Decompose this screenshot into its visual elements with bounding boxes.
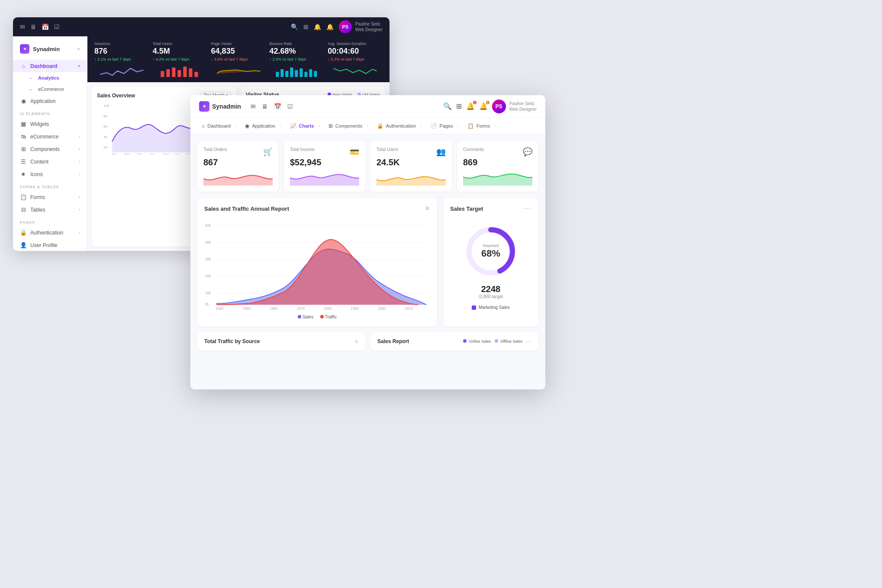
sidebar-item-tables[interactable]: ⊟ Tables ‹ [13,203,87,216]
stat-sessions-value: 876 [94,47,149,56]
sidebar-item-profile[interactable]: 👤 User Profile [13,239,87,251]
sidebar-item-ecom2[interactable]: 🛍 eCommerce ‹ [13,130,87,143]
svg-text:Jul: Jul [186,153,190,154]
pv-chart [211,65,266,77]
front-logo: ✦ Synadmin [199,101,241,112]
sales-report-title: Sales Report [377,338,409,344]
sales-report-menu-icon[interactable]: ··· [526,338,531,344]
breadcrumb-pages[interactable]: 📄 Pages ‹ [426,118,464,134]
svg-text:Feb: Feb [124,153,129,154]
user-info-back: PS Pauline Seitz Web Designer [339,20,383,33]
search-icon[interactable]: 🔍 [291,23,298,30]
annual-menu-button[interactable]: ≡ [425,205,430,212]
front-user-role: Web Designer [509,106,537,112]
sidebar-content-label: Content [30,159,48,165]
sidebar-item-ecommerce[interactable]: eCommerce [13,84,87,95]
app-icon: ◉ [20,98,27,104]
arrow-icon5: ‹ [79,172,80,177]
collapse-button[interactable]: « [77,46,80,52]
grid-icon[interactable]: ⊞ [303,23,309,30]
widgets-icon: ▦ [20,121,27,127]
arrow-icon3: ‹ [79,147,80,151]
sidebar-item-forms[interactable]: 📋 Forms ‹ [13,191,87,203]
online-sales-legend: Online Sales [463,339,491,344]
users-icon: 👥 [436,147,446,157]
kpi-users-value: 24.5K [377,157,446,167]
svg-rect-3 [177,70,181,77]
stat-bounce: Bounce Rate 42.68% ↑ 2.5% vs last 7 days [269,42,324,77]
breadcrumb-forms[interactable]: 📋 Forms ‹ [463,118,500,134]
traffic-menu-icon[interactable]: ≡ [355,338,358,344]
sidebar-item-application[interactable]: ◉ Application [13,95,87,107]
svg-text:Jun: Jun [175,153,180,154]
front-dashboard-window: ✦ Synadmin ✉ 🖥 📅 ☑ 🔍 ⊞ 🔔3 🔔5 PS Pauline … [190,95,545,389]
sidebar-ecom2-label: eCommerce [30,134,58,140]
check-icon-front[interactable]: ☑ [287,103,293,110]
breadcrumb-nav: ⌂ Dashboard ‹ ◉ Application ‹ 📈 Charts ‹… [190,118,545,134]
breadcrumb-auth[interactable]: 🔒 Authentication ‹ [373,118,426,134]
sessions-chart [94,65,149,77]
sidebar-item-dashboard[interactable]: ⌂ Dashboard ▾ [13,60,87,72]
sidebar-section-ui: UI ELEMENTS [13,107,87,118]
sidebar-section-forms: FORMS & TABLES [13,180,87,191]
bc-charts-label: Charts [299,123,314,129]
sidebar-item-content[interactable]: ☰ Content ‹ [13,155,87,168]
calendar-icon-front[interactable]: 📅 [274,103,281,110]
mail-icon-front[interactable]: ✉ [251,103,256,110]
kpi-orders: Total Orders 🛒 867 [197,141,279,192]
lock-icon: 🔒 [20,229,27,236]
kpi-users-label: Total Users [377,147,398,152]
traffic-source-card: Total Traffic by Source ≡ [197,332,365,350]
front-user[interactable]: PS Pauline Seitz Web Designer [492,100,537,113]
svg-text:40k: 40k [205,240,211,244]
stat-br-label: Bounce Rate [269,42,324,46]
search-icon-front[interactable]: 🔍 [443,102,452,110]
breadcrumb-components[interactable]: ⊞ Components ‹ [324,118,373,134]
svg-rect-5 [189,68,192,77]
grid-icon-front[interactable]: ⊞ [456,102,462,110]
stat-pv-value: 64,835 [211,47,266,56]
front-logo-text: Synadmin [212,103,241,110]
svg-rect-13 [305,72,308,77]
bc-arrow-3: ‹ [318,123,319,128]
sidebar-item-auth[interactable]: 🔒 Authentication ‹ [13,226,87,239]
br-chart [269,65,324,77]
calendar-icon[interactable]: 📅 [42,23,49,30]
monitor-icon[interactable]: 🖥 [30,23,36,30]
breadcrumb-charts[interactable]: 📈 Charts ‹ [286,118,324,134]
kpi-orders-value: 867 [203,157,273,167]
stat-users: Total Users 4.5M ↑ 4.2% vs last 7 days [153,42,208,77]
notification-icon[interactable]: 🔔 [314,23,321,30]
breadcrumb-dashboard[interactable]: ⌂ Dashboard ‹ [197,118,241,134]
bc-pages-label: Pages [440,123,453,129]
back-sidebar: ✦ Synadmin « ⌂ Dashboard ▾ Analytics eCo… [13,36,87,251]
card-icon: 💳 [350,147,359,157]
sidebar-item-components[interactable]: ⊞ Components ‹ [13,143,87,155]
sidebar-item-widgets[interactable]: ▦ Widgets [13,118,87,130]
notification-bell-front[interactable]: 🔔3 [466,102,475,110]
monitor-icon-front[interactable]: 🖥 [262,103,268,110]
stat-sessions-label: Sessions [94,42,149,46]
svg-text:1980: 1980 [324,306,332,311]
sidebar-item-icons[interactable]: ★ Icons ‹ [13,168,87,180]
alert-icon[interactable]: 🔔 [326,23,334,30]
donut-center-text: Reached 68% [481,244,500,259]
arrow-icon4: ‹ [79,159,80,164]
donut-chart: Reached 68% [465,225,517,277]
sidebar-item-analytics[interactable]: Analytics [13,72,87,84]
svg-rect-4 [183,67,187,77]
bc-arrow-5: ‹ [420,123,422,128]
sidebar-logo: ✦ Synadmin « [13,42,87,60]
sidebar-components-label: Components [30,146,60,152]
target-menu-button[interactable]: ··· [523,205,531,212]
alert-bell-front[interactable]: 🔔5 [479,102,488,110]
icons-icon: ★ [20,171,27,177]
chat-icon: 💬 [523,147,532,157]
annual-report-title: Sales and Traffic Annual Report [204,206,289,212]
check-icon[interactable]: ☑ [54,23,60,30]
bc-auth-label: Authentication [386,123,416,129]
svg-text:2K: 2K [103,145,108,149]
breadcrumb-application[interactable]: ◉ Application ‹ [241,118,285,134]
mail-icon[interactable]: ✉ [20,23,25,30]
svg-text:Mar: Mar [137,153,143,154]
